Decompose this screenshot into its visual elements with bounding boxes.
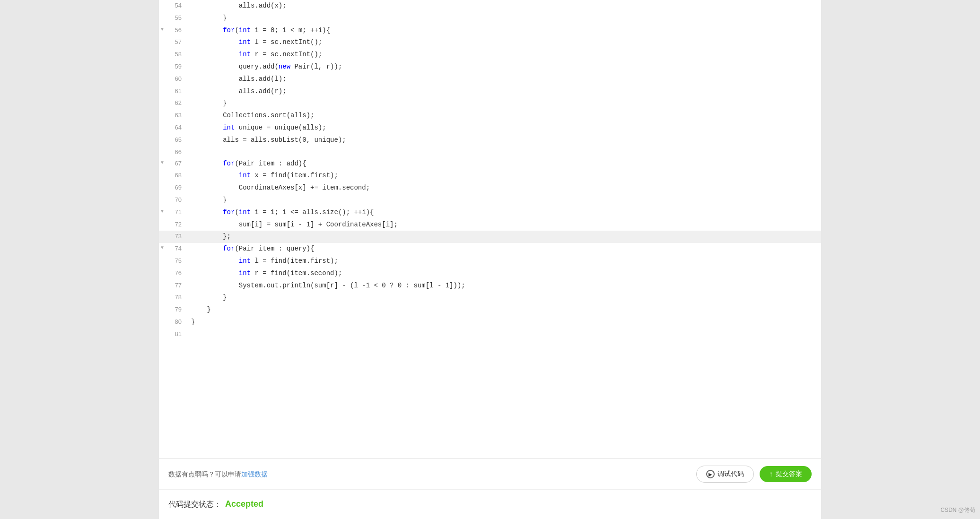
line-content-80: } bbox=[187, 316, 821, 329]
code-line-56: ▼56 for(int i = 0; i < m; ++i){ bbox=[159, 25, 821, 37]
line-number-77: 77 bbox=[159, 280, 187, 292]
debug-button[interactable]: ▶ 调试代码 bbox=[696, 466, 754, 483]
main-container: 54 alls.add(x); 55 } ▼56 for(int i = 0; … bbox=[159, 0, 821, 519]
code-line-63: 63 Collections.sort(alls); bbox=[159, 110, 821, 122]
line-number-56: ▼56 bbox=[159, 25, 187, 37]
line-number-70: 70 bbox=[159, 194, 187, 207]
line-number-57: 57 bbox=[159, 36, 187, 49]
line-content-58: int r = sc.nextInt(); bbox=[187, 49, 821, 61]
line-number-69: 69 bbox=[159, 182, 187, 194]
code-line-57: 57 int l = sc.nextInt(); bbox=[159, 36, 821, 49]
line-number-80: 80 bbox=[159, 316, 187, 329]
line-number-60: 60 bbox=[159, 73, 187, 86]
weak-data-section: 数据有点弱吗？可以申请加强数据 bbox=[168, 470, 268, 479]
line-number-75: 75 bbox=[159, 255, 187, 268]
submit-button[interactable]: ↑ 提交答案 bbox=[760, 466, 812, 482]
code-line-69: 69 CoordinateAxes[x] += item.second; bbox=[159, 182, 821, 194]
code-line-81: 81 bbox=[159, 329, 821, 340]
line-content-59: query.add(new Pair(l, r)); bbox=[187, 61, 821, 73]
code-line-61: 61 alls.add(r); bbox=[159, 86, 821, 98]
line-content-70: } bbox=[187, 194, 821, 207]
code-line-70: 70 } bbox=[159, 194, 821, 207]
line-number-72: 72 bbox=[159, 219, 187, 231]
debug-icon: ▶ bbox=[706, 470, 715, 478]
code-line-77: 77 System.out.println(sum[r] - (l -1 < 0… bbox=[159, 280, 821, 292]
line-content-63: Collections.sort(alls); bbox=[187, 110, 821, 122]
watermark: CSDN @佬苟 bbox=[940, 506, 975, 514]
line-content-77: System.out.println(sum[r] - (l -1 < 0 ? … bbox=[187, 280, 821, 292]
status-label: 代码提交状态： bbox=[168, 500, 221, 508]
line-content-81 bbox=[187, 329, 821, 340]
code-line-68: 68 int x = find(item.first); bbox=[159, 170, 821, 182]
line-content-78: } bbox=[187, 292, 821, 304]
line-content-55: } bbox=[187, 12, 821, 25]
line-number-66: 66 bbox=[159, 147, 187, 158]
code-line-58: 58 int r = sc.nextInt(); bbox=[159, 49, 821, 61]
code-line-64: 64 int unique = unique(alls); bbox=[159, 122, 821, 134]
line-number-64: 64 bbox=[159, 122, 187, 134]
code-area: 54 alls.add(x); 55 } ▼56 for(int i = 0; … bbox=[159, 0, 821, 458]
line-content-60: alls.add(l); bbox=[187, 73, 821, 86]
line-number-73: 73 bbox=[159, 231, 187, 243]
line-number-54: 54 bbox=[159, 0, 187, 12]
line-number-78: 78 bbox=[159, 292, 187, 304]
line-content-56: for(int i = 0; i < m; ++i){ bbox=[187, 25, 821, 37]
line-content-76: int r = find(item.second); bbox=[187, 268, 821, 280]
code-line-75: 75 int l = find(item.first); bbox=[159, 255, 821, 268]
line-content-69: CoordinateAxes[x] += item.second; bbox=[187, 182, 821, 194]
line-content-67: for(Pair item : add){ bbox=[187, 158, 821, 170]
weak-data-link[interactable]: 加强数据 bbox=[241, 470, 268, 478]
line-number-58: 58 bbox=[159, 49, 187, 61]
line-content-68: int x = find(item.first); bbox=[187, 170, 821, 182]
line-content-54: alls.add(x); bbox=[187, 0, 821, 12]
line-content-65: alls = alls.subList(0, unique); bbox=[187, 134, 821, 147]
code-line-76: 76 int r = find(item.second); bbox=[159, 268, 821, 280]
line-number-67: ▼67 bbox=[159, 158, 187, 170]
line-content-66 bbox=[187, 147, 821, 158]
code-line-74: ▼74 for(Pair item : query){ bbox=[159, 243, 821, 255]
code-line-72: 72 sum[i] = sum[i - 1] + CoordinateAxes[… bbox=[159, 219, 821, 231]
line-content-61: alls.add(r); bbox=[187, 86, 821, 98]
line-content-64: int unique = unique(alls); bbox=[187, 122, 821, 134]
line-number-62: 62 bbox=[159, 97, 187, 110]
line-number-55: 55 bbox=[159, 12, 187, 25]
code-line-80: 80 } bbox=[159, 316, 821, 329]
line-content-71: for(int i = 1; i <= alls.size(); ++i){ bbox=[187, 207, 821, 219]
line-number-74: ▼74 bbox=[159, 243, 187, 255]
line-content-74: for(Pair item : query){ bbox=[187, 243, 821, 255]
line-number-59: 59 bbox=[159, 61, 187, 73]
code-line-60: 60 alls.add(l); bbox=[159, 73, 821, 86]
line-number-76: 76 bbox=[159, 268, 187, 280]
status-value: Accepted bbox=[225, 499, 263, 509]
line-number-61: 61 bbox=[159, 86, 187, 98]
line-number-81: 81 bbox=[159, 329, 187, 340]
line-content-79: } bbox=[187, 304, 821, 316]
code-line-78: 78 } bbox=[159, 292, 821, 304]
code-line-67: ▼67 for(Pair item : add){ bbox=[159, 158, 821, 170]
line-content-72: sum[i] = sum[i - 1] + CoordinateAxes[i]; bbox=[187, 219, 821, 231]
code-line-55: 55 } bbox=[159, 12, 821, 25]
submit-icon: ↑ bbox=[769, 470, 773, 478]
code-line-54: 54 alls.add(x); bbox=[159, 0, 821, 12]
bottom-bar: 数据有点弱吗？可以申请加强数据 ▶ 调试代码 ↑ 提交答案 bbox=[159, 458, 821, 489]
line-number-68: 68 bbox=[159, 170, 187, 182]
line-number-71: ▼71 bbox=[159, 207, 187, 219]
bottom-buttons: ▶ 调试代码 ↑ 提交答案 bbox=[696, 466, 812, 483]
line-content-57: int l = sc.nextInt(); bbox=[187, 36, 821, 49]
code-line-65: 65 alls = alls.subList(0, unique); bbox=[159, 134, 821, 147]
code-line-66: 66 bbox=[159, 147, 821, 158]
status-section: 代码提交状态：Accepted bbox=[159, 489, 821, 519]
code-line-79: 79 } bbox=[159, 304, 821, 316]
weak-data-prefix: 数据有点弱吗？可以申请 bbox=[168, 470, 241, 478]
line-number-79: 79 bbox=[159, 304, 187, 316]
submit-label: 提交答案 bbox=[776, 470, 802, 478]
line-number-63: 63 bbox=[159, 110, 187, 122]
line-number-65: 65 bbox=[159, 134, 187, 147]
code-line-71: ▼71 for(int i = 1; i <= alls.size(); ++i… bbox=[159, 207, 821, 219]
line-content-62: } bbox=[187, 97, 821, 110]
code-wrapper: 54 alls.add(x); 55 } ▼56 for(int i = 0; … bbox=[159, 0, 821, 340]
debug-label: 调试代码 bbox=[718, 470, 744, 478]
line-content-75: int l = find(item.first); bbox=[187, 255, 821, 268]
code-line-73: 73 }; bbox=[159, 231, 821, 243]
line-content-73: }; bbox=[187, 231, 821, 243]
